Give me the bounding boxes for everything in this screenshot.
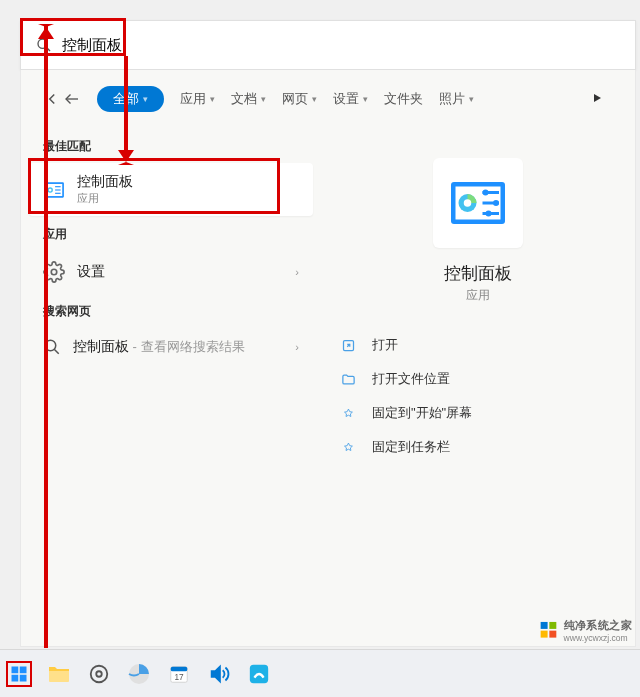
web-result-suffix: - 查看网络搜索结果 bbox=[129, 339, 245, 354]
chevron-down-icon: ▾ bbox=[210, 94, 215, 104]
svg-rect-26 bbox=[12, 666, 19, 673]
best-match-subtitle: 应用 bbox=[77, 191, 133, 206]
search-icon bbox=[36, 37, 52, 53]
arrow-left-icon[interactable] bbox=[63, 90, 81, 108]
settings-item-label: 设置 bbox=[77, 263, 105, 281]
svg-point-24 bbox=[486, 211, 492, 217]
app-icon[interactable] bbox=[246, 661, 272, 687]
web-header: 搜索网页 bbox=[29, 293, 313, 328]
web-result[interactable]: 控制面板 - 查看网络搜索结果 › bbox=[29, 328, 313, 366]
filter-tabs: 全部▾ 应用▾ 文档▾ 网页▾ 设置▾ 文件夹 照片▾ bbox=[21, 70, 635, 128]
tab-all-label: 全部 bbox=[113, 90, 139, 108]
watermark-url: www.ycwxzj.com bbox=[564, 634, 632, 644]
settings-icon[interactable] bbox=[86, 661, 112, 687]
svg-rect-11 bbox=[55, 192, 61, 193]
svg-point-31 bbox=[91, 665, 108, 682]
chevron-right-icon: › bbox=[295, 341, 299, 353]
control-panel-icon bbox=[448, 173, 508, 233]
detail-subtitle: 应用 bbox=[466, 287, 490, 304]
taskbar: 17 bbox=[0, 649, 640, 697]
play-icon[interactable] bbox=[591, 92, 603, 107]
pin-icon bbox=[341, 406, 356, 421]
svg-point-12 bbox=[51, 269, 57, 275]
chevron-down-icon: ▾ bbox=[363, 94, 368, 104]
svg-point-8 bbox=[49, 188, 52, 191]
svg-point-18 bbox=[464, 199, 472, 207]
svg-line-1 bbox=[46, 47, 50, 51]
best-match-title: 控制面板 bbox=[77, 173, 133, 191]
start-button[interactable] bbox=[6, 661, 32, 687]
watermark-title: 纯净系统之家 bbox=[564, 617, 632, 633]
tab-apps[interactable]: 应用▾ bbox=[180, 90, 215, 108]
search-window: 全部▾ 应用▾ 文档▾ 网页▾ 设置▾ 文件夹 照片▾ 最佳匹配 控制面板 应用 bbox=[20, 20, 636, 647]
svg-rect-40 bbox=[541, 630, 548, 637]
svg-rect-10 bbox=[55, 189, 61, 190]
windows-icon bbox=[10, 663, 28, 685]
tab-web[interactable]: 网页▾ bbox=[282, 90, 317, 108]
svg-text:17: 17 bbox=[174, 672, 184, 681]
tab-folders[interactable]: 文件夹 bbox=[384, 90, 423, 108]
control-panel-icon bbox=[43, 179, 65, 201]
calendar-icon[interactable]: 17 bbox=[166, 661, 192, 687]
svg-rect-27 bbox=[20, 666, 27, 673]
svg-point-20 bbox=[483, 190, 489, 196]
svg-marker-4 bbox=[594, 94, 601, 102]
search-bar[interactable] bbox=[20, 20, 636, 70]
action-pin-taskbar[interactable]: 固定到任务栏 bbox=[341, 430, 615, 464]
svg-point-13 bbox=[45, 340, 56, 351]
detail-icon-wrap bbox=[433, 158, 523, 248]
detail-actions: 打开 打开文件位置 固定到"开始"屏幕 固定到任务栏 bbox=[341, 328, 615, 464]
chevron-down-icon: ▾ bbox=[143, 94, 148, 104]
volume-icon[interactable] bbox=[206, 661, 232, 687]
best-match-header: 最佳匹配 bbox=[29, 128, 313, 163]
chevron-down-icon: ▾ bbox=[469, 94, 474, 104]
svg-rect-29 bbox=[20, 674, 27, 681]
chevron-right-icon: › bbox=[295, 266, 299, 278]
tab-all[interactable]: 全部▾ bbox=[97, 86, 164, 112]
search-body: 全部▾ 应用▾ 文档▾ 网页▾ 设置▾ 文件夹 照片▾ 最佳匹配 控制面板 应用 bbox=[20, 70, 636, 647]
svg-point-30 bbox=[96, 671, 102, 677]
watermark-icon bbox=[539, 620, 560, 641]
apps-result-settings[interactable]: 设置 › bbox=[29, 251, 313, 293]
action-open[interactable]: 打开 bbox=[341, 328, 615, 362]
pin-icon bbox=[341, 440, 356, 455]
action-pin-start[interactable]: 固定到"开始"屏幕 bbox=[341, 396, 615, 430]
svg-rect-9 bbox=[55, 186, 61, 187]
chevron-down-icon: ▾ bbox=[261, 94, 266, 104]
tab-docs[interactable]: 文档▾ bbox=[231, 90, 266, 108]
svg-rect-39 bbox=[549, 621, 556, 628]
watermark: 纯净系统之家 www.ycwxzj.com bbox=[539, 617, 632, 643]
apps-header: 应用 bbox=[29, 216, 313, 251]
svg-rect-41 bbox=[549, 630, 556, 637]
detail-title: 控制面板 bbox=[444, 262, 512, 285]
detail-column: 控制面板 应用 打开 打开文件位置 bbox=[321, 128, 635, 646]
gear-icon bbox=[43, 261, 65, 283]
svg-line-14 bbox=[54, 349, 59, 354]
svg-rect-28 bbox=[12, 674, 19, 681]
folder-icon bbox=[341, 372, 356, 387]
web-result-title: 控制面板 bbox=[73, 338, 129, 354]
back-icon[interactable] bbox=[43, 90, 61, 108]
svg-rect-34 bbox=[171, 666, 188, 671]
search-input[interactable] bbox=[62, 37, 620, 54]
open-icon bbox=[341, 338, 356, 353]
tab-photos[interactable]: 照片▾ bbox=[439, 90, 474, 108]
svg-rect-38 bbox=[541, 621, 548, 628]
svg-point-22 bbox=[493, 200, 499, 206]
svg-point-0 bbox=[38, 39, 47, 48]
chevron-down-icon: ▾ bbox=[312, 94, 317, 104]
tab-settings[interactable]: 设置▾ bbox=[333, 90, 368, 108]
best-match-result[interactable]: 控制面板 应用 bbox=[29, 163, 313, 216]
action-open-location[interactable]: 打开文件位置 bbox=[341, 362, 615, 396]
svg-marker-36 bbox=[212, 666, 220, 681]
results-column: 最佳匹配 控制面板 应用 应用 设置 › 搜索网页 bbox=[21, 128, 321, 646]
search-icon bbox=[43, 338, 61, 356]
browser-icon[interactable] bbox=[126, 661, 152, 687]
explorer-icon[interactable] bbox=[46, 661, 72, 687]
